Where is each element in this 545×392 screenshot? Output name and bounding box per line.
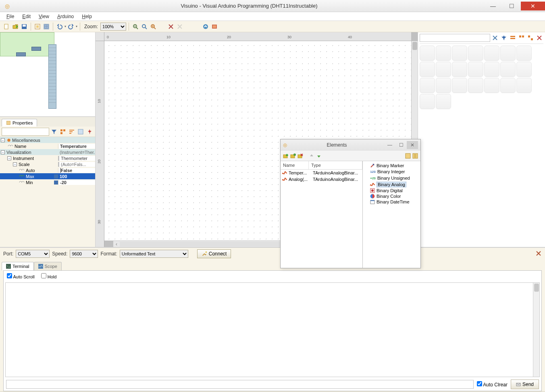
move-down-button[interactable] <box>316 153 322 159</box>
auto-scroll-checkbox[interactable]: Auto Scroll <box>7 273 35 279</box>
filter-button[interactable] <box>50 128 58 136</box>
toolbox-item[interactable] <box>436 62 451 77</box>
menu-file[interactable]: File <box>3 13 17 20</box>
dialog-titlebar[interactable]: ◎ Elements — ☐ ✕ <box>281 139 420 151</box>
toolbox-settings-button[interactable] <box>535 34 543 42</box>
menu-help[interactable]: Help <box>79 13 95 20</box>
toolbox-item[interactable] <box>420 46 435 61</box>
tree-item-integer[interactable]: 123Binary Integer <box>364 168 420 175</box>
list-row[interactable]: Analog(... TArduinoAnalogBinar... <box>281 176 362 183</box>
toolbox-item[interactable] <box>420 78 435 93</box>
categorize-button[interactable] <box>59 128 67 136</box>
search-button[interactable] <box>491 34 499 42</box>
col-type[interactable]: Type <box>309 161 362 169</box>
send-button[interactable]: Send <box>511 380 539 389</box>
property-value-instrument[interactable]: Thermometer <box>58 156 95 161</box>
save-button[interactable] <box>20 23 28 31</box>
property-value-max[interactable]: 100 <box>58 174 95 179</box>
redo-dropdown[interactable]: ▾ <box>76 25 77 28</box>
property-row-name[interactable]: Name Temperature <box>0 143 95 149</box>
upload-button[interactable] <box>202 23 210 31</box>
dialog-close-button[interactable]: ✕ <box>407 141 418 149</box>
terminal-scrollbar[interactable] <box>533 283 539 377</box>
dialog-maximize-button[interactable]: ☐ <box>395 141 407 149</box>
speed-select[interactable]: 9600 <box>70 250 98 258</box>
tree-item-marker[interactable]: Binary Marker <box>364 163 420 168</box>
elements-list[interactable]: Name Type Temper... TArduinoAnalogBinar.… <box>281 161 363 268</box>
hold-checkbox[interactable]: Hold <box>41 273 57 279</box>
zoom-in-button[interactable] <box>131 23 139 31</box>
tab-terminal[interactable]: Terminal <box>2 262 34 270</box>
menu-view[interactable]: View <box>35 13 52 20</box>
elements-dialog[interactable]: ◎ Elements — ☐ ✕ Name <box>280 139 421 268</box>
zoom-select[interactable]: 100% <box>100 23 126 31</box>
elements-tree[interactable]: Binary Marker 123Binary Integer +23Binar… <box>363 161 420 268</box>
add-element-button[interactable] <box>283 153 289 159</box>
property-row-max[interactable]: Max 100 <box>0 173 95 179</box>
toolbox-sort-button[interactable] <box>526 34 535 42</box>
menu-edit[interactable]: Edit <box>19 13 34 20</box>
property-value-min[interactable]: -20 <box>58 180 95 185</box>
auto-clear-checkbox[interactable]: Auto Clrear <box>477 381 508 388</box>
property-group-visualization[interactable]: − Visualization (Instrument=Ther... <box>0 149 95 155</box>
pin-button[interactable] <box>85 128 94 136</box>
tree-item-color[interactable]: Binary Color <box>364 193 420 199</box>
toolbox-item[interactable] <box>468 62 483 77</box>
terminal-output[interactable] <box>5 282 540 377</box>
property-row-scale[interactable]: − Scale (Auto=Fals... <box>0 161 95 167</box>
toolbox-view-button[interactable] <box>518 34 526 42</box>
toolbox-item[interactable] <box>516 46 532 61</box>
toolbox-item[interactable] <box>436 94 451 109</box>
maximize-button[interactable]: ☐ <box>502 2 521 10</box>
toolbox-item[interactable] <box>516 78 532 93</box>
undo-button[interactable] <box>56 23 64 31</box>
property-value-auto[interactable]: False <box>58 168 95 173</box>
overview-viewport[interactable] <box>0 32 54 56</box>
toolbox-item[interactable] <box>436 46 451 61</box>
toolbox-item[interactable] <box>500 62 516 77</box>
toolbox-item[interactable] <box>516 62 532 77</box>
property-row-auto[interactable]: Auto False <box>0 167 95 173</box>
property-row-instrument[interactable]: − Instrument Thermometer <box>0 155 95 161</box>
arduino-ide-button[interactable] <box>210 23 218 31</box>
properties-tree[interactable]: − Miscellaneous Name Temperature − Visua… <box>0 137 95 247</box>
tree-item-digital[interactable]: Binary Digital <box>364 188 420 193</box>
expand-button[interactable] <box>77 128 85 136</box>
overview-panel[interactable] <box>0 32 95 117</box>
zoom-selection-button[interactable] <box>149 23 157 31</box>
property-row-min[interactable]: Min -20 <box>0 179 95 185</box>
grid-toggle-button[interactable] <box>33 23 42 31</box>
property-value-name[interactable]: Temperature <box>58 144 95 149</box>
toolbox-category-button[interactable] <box>509 34 517 42</box>
toolbox-item[interactable] <box>484 46 499 61</box>
properties-search-input[interactable] <box>2 128 49 136</box>
col-name[interactable]: Name <box>281 161 309 169</box>
connect-button[interactable]: Connect <box>197 249 231 258</box>
property-group-misc[interactable]: − Miscellaneous <box>0 137 95 143</box>
toolbox-item[interactable] <box>484 78 499 93</box>
port-select[interactable]: COM5 <box>16 250 50 258</box>
serial-tools-icon[interactable] <box>535 250 542 258</box>
tree-item-unsigned[interactable]: +23Binary Unsigned <box>364 175 420 181</box>
toolbox-item[interactable] <box>500 46 516 61</box>
scroll-up-button[interactable] <box>412 42 417 50</box>
tree-item-datetime[interactable]: Binary DateTime <box>364 199 420 205</box>
view-tree-button[interactable] <box>412 153 418 159</box>
minimize-button[interactable]: — <box>484 2 502 10</box>
sort-button[interactable] <box>68 128 76 136</box>
toolbox-item[interactable] <box>468 78 483 93</box>
menu-arduino[interactable]: Arduino <box>54 13 77 20</box>
list-row[interactable]: Temper... TArduinoAnalogBinar... <box>281 170 362 176</box>
copy-element-button[interactable] <box>290 153 296 159</box>
undo-dropdown[interactable]: ▾ <box>64 25 66 28</box>
format-select[interactable]: Unformatted Text <box>120 250 188 258</box>
properties-tab[interactable]: Properties <box>2 119 37 127</box>
toolbox-filter-button[interactable] <box>500 34 508 42</box>
terminal-input[interactable] <box>6 380 474 389</box>
toolbox-item[interactable] <box>420 94 435 109</box>
toolbox-item[interactable] <box>500 78 516 93</box>
scroll-left-button[interactable]: ‹ <box>113 241 120 247</box>
redo-button[interactable] <box>67 23 75 31</box>
toolbox-search-input[interactable] <box>420 34 490 42</box>
tab-scope[interactable]: Scope <box>34 262 62 270</box>
